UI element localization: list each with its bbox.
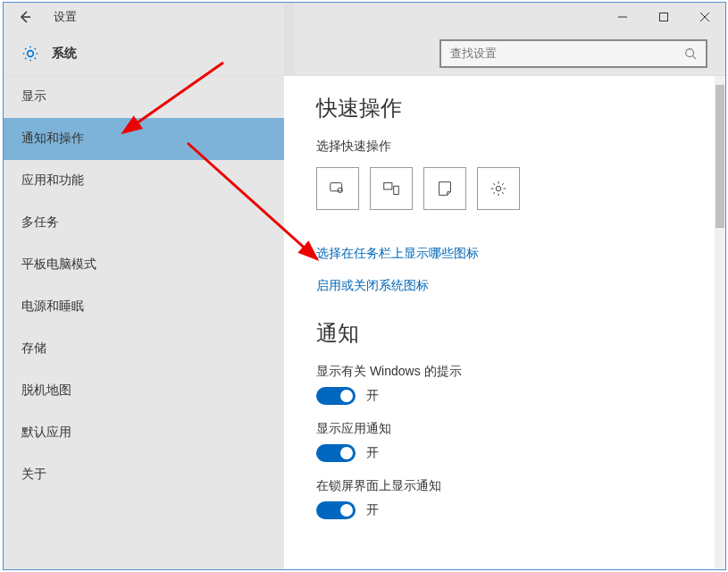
quick-actions-row bbox=[316, 167, 725, 210]
sidebar-item-multitask[interactable]: 多任务 bbox=[4, 202, 284, 244]
toggle-lockscreen[interactable] bbox=[316, 501, 356, 519]
sidebar-item-power[interactable]: 电源和睡眠 bbox=[4, 286, 284, 328]
search-icon bbox=[684, 47, 697, 60]
sidebar-item-label: 脱机地图 bbox=[21, 383, 71, 399]
toggle-state: 开 bbox=[366, 388, 379, 404]
toggle-windows-tips[interactable] bbox=[316, 387, 356, 405]
quick-actions-subtitle: 选择快速操作 bbox=[316, 139, 725, 155]
svg-rect-2 bbox=[331, 183, 342, 191]
body-area: 显示 通知和操作 应用和功能 多任务 平板电脑模式 电源和睡眠 存储 脱机地图 … bbox=[4, 76, 725, 569]
sidebar-item-display[interactable]: 显示 bbox=[4, 76, 284, 118]
sidebar-item-apps[interactable]: 应用和功能 bbox=[4, 160, 284, 202]
toggle-state: 开 bbox=[366, 502, 379, 518]
sidebar-item-label: 平板电脑模式 bbox=[21, 257, 96, 273]
notifications-title: 通知 bbox=[316, 319, 725, 348]
svg-rect-0 bbox=[660, 13, 668, 21]
sidebar-item-notifications[interactable]: 通知和操作 bbox=[4, 118, 284, 160]
sidebar-item-label: 应用和功能 bbox=[21, 172, 84, 189]
toggle-row: 开 bbox=[316, 444, 725, 462]
quick-actions-title: 快速操作 bbox=[316, 94, 725, 122]
maximize-icon bbox=[658, 12, 669, 22]
tablet-icon bbox=[328, 179, 347, 198]
sidebar-item-about[interactable]: 关于 bbox=[4, 454, 284, 496]
notif-item-windows-tips: 显示有关 Windows 的提示 开 bbox=[316, 364, 725, 405]
scroll-thumb[interactable] bbox=[715, 85, 724, 228]
sidebar-item-label: 电源和睡眠 bbox=[21, 299, 84, 315]
svg-point-6 bbox=[496, 186, 501, 191]
notifications-section: 通知 显示有关 Windows 的提示 开 显示应用通知 开 bbox=[316, 319, 725, 519]
content-scrollbar[interactable] bbox=[715, 76, 725, 569]
search-input[interactable] bbox=[450, 46, 684, 60]
content-pane: 快速操作 选择快速操作 选择在任务栏上显示哪些图标 启用或关闭系统图标 bbox=[284, 76, 725, 569]
qa-tile-note[interactable] bbox=[423, 167, 466, 210]
link-taskbar-icons[interactable]: 选择在任务栏上显示哪些图标 bbox=[316, 246, 725, 262]
window-controls bbox=[602, 3, 725, 31]
sidebar-item-storage[interactable]: 存储 bbox=[4, 328, 284, 370]
settings-window: 设置 系统 显示 通知和操 bbox=[3, 2, 726, 570]
search-box[interactable] bbox=[439, 39, 707, 68]
qa-tile-tablet[interactable] bbox=[316, 167, 359, 210]
svg-point-1 bbox=[686, 48, 694, 56]
sidebar: 显示 通知和操作 应用和功能 多任务 平板电脑模式 电源和睡眠 存储 脱机地图 … bbox=[4, 76, 284, 569]
subheader-title: 系统 bbox=[52, 46, 77, 62]
note-icon bbox=[435, 179, 455, 198]
qa-tile-connect[interactable] bbox=[370, 167, 413, 210]
back-arrow-icon bbox=[18, 10, 32, 24]
qa-tile-settings[interactable] bbox=[477, 167, 520, 210]
titlebar-left: 设置 bbox=[4, 3, 77, 31]
minimize-button[interactable] bbox=[602, 3, 643, 31]
titlebar: 设置 bbox=[4, 3, 725, 31]
svg-rect-5 bbox=[394, 186, 399, 194]
sidebar-item-tablet[interactable]: 平板电脑模式 bbox=[4, 244, 284, 286]
sidebar-item-label: 多任务 bbox=[21, 214, 59, 231]
notif-label: 显示有关 Windows 的提示 bbox=[316, 364, 725, 380]
sidebar-item-label: 默认应用 bbox=[21, 425, 71, 441]
notif-label: 在锁屏界面上显示通知 bbox=[316, 478, 725, 494]
window-title: 设置 bbox=[54, 9, 77, 25]
toggle-row: 开 bbox=[316, 387, 725, 405]
svg-rect-4 bbox=[384, 183, 392, 189]
notif-item-app-notifications: 显示应用通知 开 bbox=[316, 421, 725, 462]
gear-icon bbox=[21, 45, 39, 63]
notif-item-lockscreen: 在锁屏界面上显示通知 开 bbox=[316, 478, 725, 519]
sidebar-item-label: 关于 bbox=[21, 467, 46, 483]
close-icon bbox=[699, 12, 710, 22]
notif-label: 显示应用通知 bbox=[316, 421, 725, 437]
subheader: 系统 bbox=[4, 31, 725, 76]
maximize-button[interactable] bbox=[643, 3, 684, 31]
back-button[interactable] bbox=[4, 3, 46, 31]
subheader-left: 系统 bbox=[21, 45, 77, 63]
sidebar-item-label: 存储 bbox=[21, 341, 46, 357]
sidebar-item-label: 通知和操作 bbox=[21, 130, 84, 147]
connect-icon bbox=[381, 179, 401, 198]
toggle-state: 开 bbox=[366, 445, 379, 461]
sidebar-item-label: 显示 bbox=[21, 88, 46, 105]
minimize-icon bbox=[617, 12, 628, 22]
link-system-icons[interactable]: 启用或关闭系统图标 bbox=[316, 278, 725, 294]
toggle-row: 开 bbox=[316, 501, 725, 519]
gear-tile-icon bbox=[489, 179, 508, 198]
sidebar-item-default-apps[interactable]: 默认应用 bbox=[4, 412, 284, 454]
sidebar-item-offline-maps[interactable]: 脱机地图 bbox=[4, 370, 284, 412]
close-button[interactable] bbox=[684, 3, 725, 31]
toggle-app-notifications[interactable] bbox=[316, 444, 356, 462]
